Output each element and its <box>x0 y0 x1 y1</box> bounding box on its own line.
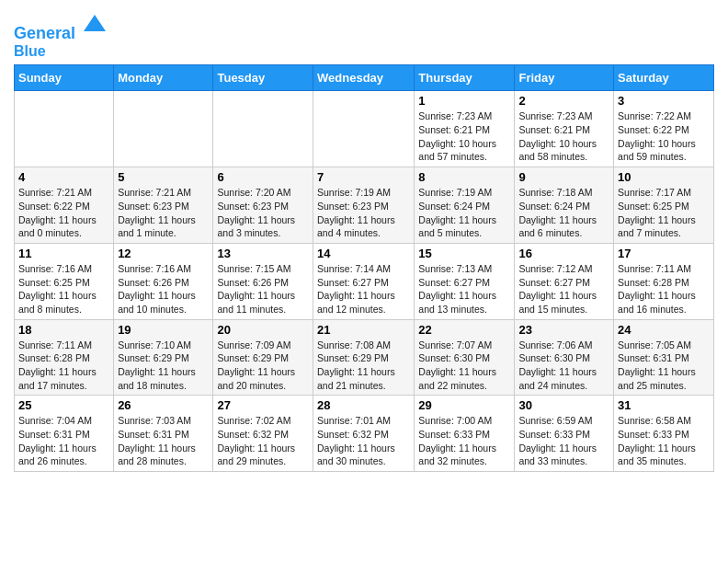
day-number: 23 <box>518 323 609 337</box>
calendar-cell: 21Sunrise: 7:08 AMSunset: 6:29 PMDayligh… <box>313 319 415 396</box>
day-header-thursday: Thursday <box>415 65 515 91</box>
day-number: 29 <box>418 398 510 412</box>
day-number: 31 <box>618 398 710 412</box>
calendar-cell: 26Sunrise: 7:03 AMSunset: 6:31 PMDayligh… <box>114 396 213 472</box>
day-number: 12 <box>118 247 209 260</box>
day-number: 17 <box>618 247 710 260</box>
day-info: Sunrise: 7:15 AMSunset: 6:26 PMDaylight:… <box>217 262 309 316</box>
day-info: Sunrise: 7:21 AMSunset: 6:22 PMDaylight:… <box>18 186 109 240</box>
calendar-cell: 9Sunrise: 7:18 AMSunset: 6:24 PMDaylight… <box>515 167 614 244</box>
day-header-tuesday: Tuesday <box>213 65 313 91</box>
day-info: Sunrise: 7:07 AMSunset: 6:30 PMDaylight:… <box>418 339 510 393</box>
day-number: 11 <box>18 247 109 260</box>
calendar-week-row: 1Sunrise: 7:23 AMSunset: 6:21 PMDaylight… <box>15 91 714 167</box>
calendar-cell: 6Sunrise: 7:20 AMSunset: 6:23 PMDaylight… <box>213 167 313 244</box>
logo-blue: Blue <box>14 43 108 60</box>
day-number: 30 <box>518 398 609 412</box>
calendar-cell: 1Sunrise: 7:23 AMSunset: 6:21 PMDaylight… <box>415 91 515 167</box>
calendar-cell: 27Sunrise: 7:02 AMSunset: 6:32 PMDayligh… <box>213 396 313 472</box>
day-header-saturday: Saturday <box>614 65 714 91</box>
day-info: Sunrise: 7:05 AMSunset: 6:31 PMDaylight:… <box>618 339 710 393</box>
calendar-week-row: 25Sunrise: 7:04 AMSunset: 6:31 PMDayligh… <box>15 396 714 472</box>
day-number: 1 <box>418 94 510 108</box>
logo-general: General <box>14 24 75 42</box>
day-info: Sunrise: 7:11 AMSunset: 6:28 PMDaylight:… <box>18 339 109 393</box>
day-number: 20 <box>217 323 309 337</box>
day-info: Sunrise: 7:08 AMSunset: 6:29 PMDaylight:… <box>317 339 410 393</box>
calendar-cell: 3Sunrise: 7:22 AMSunset: 6:22 PMDaylight… <box>614 91 714 167</box>
calendar-header-row: SundayMondayTuesdayWednesdayThursdayFrid… <box>15 65 714 91</box>
calendar-cell: 15Sunrise: 7:13 AMSunset: 6:27 PMDayligh… <box>415 243 515 319</box>
calendar-cell <box>114 91 213 167</box>
day-info: Sunrise: 7:06 AMSunset: 6:30 PMDaylight:… <box>518 339 609 393</box>
calendar-cell <box>213 91 313 167</box>
calendar-cell: 24Sunrise: 7:05 AMSunset: 6:31 PMDayligh… <box>614 319 714 396</box>
calendar-cell: 30Sunrise: 6:59 AMSunset: 6:33 PMDayligh… <box>515 396 614 472</box>
day-header-wednesday: Wednesday <box>313 65 415 91</box>
day-number: 10 <box>618 170 710 184</box>
day-info: Sunrise: 7:11 AMSunset: 6:28 PMDaylight:… <box>618 262 710 316</box>
day-number: 16 <box>518 247 609 260</box>
day-number: 22 <box>418 323 510 337</box>
day-info: Sunrise: 7:22 AMSunset: 6:22 PMDaylight:… <box>618 109 710 164</box>
day-number: 21 <box>317 323 410 337</box>
calendar-week-row: 11Sunrise: 7:16 AMSunset: 6:25 PMDayligh… <box>15 243 714 319</box>
page-header: General Blue <box>14 9 714 59</box>
day-number: 2 <box>518 94 609 108</box>
calendar-cell: 2Sunrise: 7:23 AMSunset: 6:21 PMDaylight… <box>515 91 614 167</box>
day-number: 18 <box>18 323 109 337</box>
calendar-cell: 22Sunrise: 7:07 AMSunset: 6:30 PMDayligh… <box>415 319 515 396</box>
calendar-cell: 7Sunrise: 7:19 AMSunset: 6:23 PMDaylight… <box>313 167 415 244</box>
day-info: Sunrise: 7:00 AMSunset: 6:33 PMDaylight:… <box>418 414 510 468</box>
day-info: Sunrise: 7:09 AMSunset: 6:29 PMDaylight:… <box>217 339 309 393</box>
calendar-cell: 12Sunrise: 7:16 AMSunset: 6:26 PMDayligh… <box>114 243 213 319</box>
calendar-cell: 16Sunrise: 7:12 AMSunset: 6:27 PMDayligh… <box>515 243 614 319</box>
day-header-monday: Monday <box>114 65 213 91</box>
day-info: Sunrise: 7:18 AMSunset: 6:24 PMDaylight:… <box>518 186 609 240</box>
day-number: 6 <box>217 170 309 184</box>
calendar-cell: 28Sunrise: 7:01 AMSunset: 6:32 PMDayligh… <box>313 396 415 472</box>
calendar-cell: 4Sunrise: 7:21 AMSunset: 6:22 PMDaylight… <box>15 167 114 244</box>
calendar-cell: 25Sunrise: 7:04 AMSunset: 6:31 PMDayligh… <box>15 396 114 472</box>
day-number: 5 <box>118 170 209 184</box>
calendar-cell: 29Sunrise: 7:00 AMSunset: 6:33 PMDayligh… <box>415 396 515 472</box>
calendar-cell: 17Sunrise: 7:11 AMSunset: 6:28 PMDayligh… <box>614 243 714 319</box>
day-info: Sunrise: 7:12 AMSunset: 6:27 PMDaylight:… <box>518 262 609 316</box>
calendar-cell: 5Sunrise: 7:21 AMSunset: 6:23 PMDaylight… <box>114 167 213 244</box>
day-number: 19 <box>118 323 209 337</box>
day-number: 27 <box>217 398 309 412</box>
calendar-cell: 18Sunrise: 7:11 AMSunset: 6:28 PMDayligh… <box>15 319 114 396</box>
svg-marker-0 <box>84 15 106 31</box>
day-info: Sunrise: 7:19 AMSunset: 6:23 PMDaylight:… <box>317 186 410 240</box>
day-number: 26 <box>118 398 209 412</box>
logo-text: General <box>14 13 108 43</box>
calendar-table: SundayMondayTuesdayWednesdayThursdayFrid… <box>14 64 714 472</box>
day-number: 28 <box>317 398 410 412</box>
day-number: 9 <box>518 170 609 184</box>
day-info: Sunrise: 7:13 AMSunset: 6:27 PMDaylight:… <box>418 262 510 316</box>
calendar-cell: 8Sunrise: 7:19 AMSunset: 6:24 PMDaylight… <box>415 167 515 244</box>
logo-icon <box>82 13 108 39</box>
calendar-week-row: 18Sunrise: 7:11 AMSunset: 6:28 PMDayligh… <box>15 319 714 396</box>
calendar-cell: 31Sunrise: 6:58 AMSunset: 6:33 PMDayligh… <box>614 396 714 472</box>
day-number: 15 <box>418 247 510 260</box>
day-info: Sunrise: 7:03 AMSunset: 6:31 PMDaylight:… <box>118 414 209 468</box>
day-info: Sunrise: 7:23 AMSunset: 6:21 PMDaylight:… <box>418 109 510 164</box>
day-info: Sunrise: 7:20 AMSunset: 6:23 PMDaylight:… <box>217 186 309 240</box>
calendar-cell: 19Sunrise: 7:10 AMSunset: 6:29 PMDayligh… <box>114 319 213 396</box>
calendar-cell: 11Sunrise: 7:16 AMSunset: 6:25 PMDayligh… <box>15 243 114 319</box>
logo: General Blue <box>14 13 108 59</box>
day-number: 24 <box>618 323 710 337</box>
day-info: Sunrise: 7:04 AMSunset: 6:31 PMDaylight:… <box>18 414 109 468</box>
calendar-cell: 10Sunrise: 7:17 AMSunset: 6:25 PMDayligh… <box>614 167 714 244</box>
calendar-cell: 13Sunrise: 7:15 AMSunset: 6:26 PMDayligh… <box>213 243 313 319</box>
day-info: Sunrise: 7:14 AMSunset: 6:27 PMDaylight:… <box>317 262 410 316</box>
day-info: Sunrise: 7:02 AMSunset: 6:32 PMDaylight:… <box>217 414 309 468</box>
day-info: Sunrise: 7:01 AMSunset: 6:32 PMDaylight:… <box>317 414 410 468</box>
day-number: 25 <box>18 398 109 412</box>
calendar-cell <box>15 91 114 167</box>
calendar-week-row: 4Sunrise: 7:21 AMSunset: 6:22 PMDaylight… <box>15 167 714 244</box>
day-number: 3 <box>618 94 710 108</box>
day-info: Sunrise: 7:10 AMSunset: 6:29 PMDaylight:… <box>118 339 209 393</box>
day-info: Sunrise: 6:58 AMSunset: 6:33 PMDaylight:… <box>618 414 710 468</box>
